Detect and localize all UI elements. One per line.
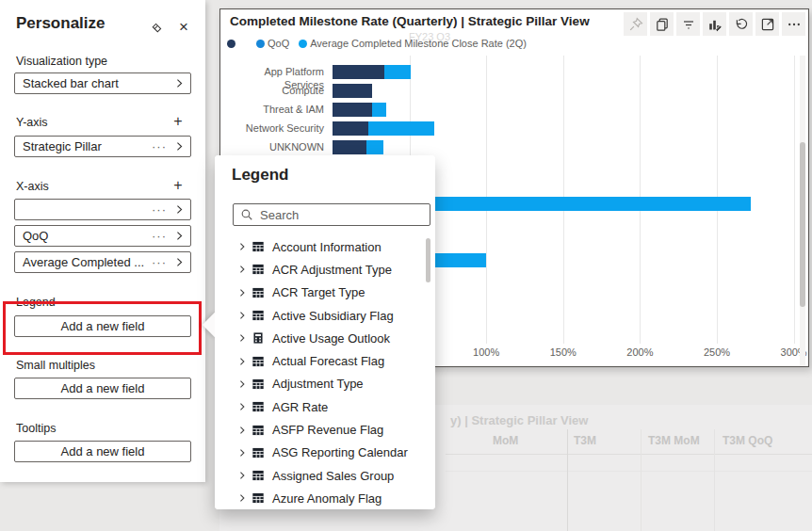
field-list: Account InformationACR Adjustment TypeAC… [215, 235, 435, 509]
field-name: ACR Adjustment Type [272, 263, 392, 277]
table-header-divider [446, 454, 812, 455]
expand-chevron-icon[interactable] [237, 426, 247, 435]
add-y-axis-field-button[interactable]: + [171, 113, 186, 130]
field-name: Account Information [272, 240, 382, 254]
table-column-header: T3M MoM [648, 434, 700, 447]
gridline [794, 56, 795, 344]
y-axis-field[interactable]: Strategic Pillar ··· [14, 136, 191, 157]
field-name: Active Usage Outlook [272, 331, 390, 346]
expand-chevron-icon[interactable] [237, 265, 247, 274]
field-list-item[interactable]: ASG Reporting Calendar [215, 442, 435, 464]
table-icon [252, 240, 265, 253]
table-column-divider [567, 429, 568, 531]
table-column-header: T3M [574, 434, 596, 447]
field-name: Azure Anomaly Flag [272, 491, 382, 506]
x-axis-field-3-value: Average Completed ... [23, 255, 152, 269]
expand-chevron-icon[interactable] [237, 402, 247, 411]
bar-segment[interactable] [366, 140, 383, 154]
expand-chevron-icon[interactable] [237, 357, 247, 366]
visualization-type-label: Visualization type [16, 55, 107, 68]
tooltips-label: Tooltips [16, 422, 56, 435]
category-label: Network Security [222, 121, 324, 135]
small-multiples-add-field-button[interactable]: Add a new field [14, 378, 191, 399]
chevron-right-icon [174, 78, 185, 88]
expand-chevron-icon[interactable] [237, 333, 247, 343]
y-axis-field-value: Strategic Pillar [23, 139, 152, 153]
more-options-icon[interactable]: ··· [152, 139, 167, 153]
expand-chevron-icon[interactable] [237, 493, 247, 503]
field-list-item[interactable]: ASFP Revenue Flag [215, 418, 435, 441]
bar-segment[interactable] [333, 121, 368, 136]
chevron-right-icon [174, 204, 185, 215]
table-column-header: T3M QoQ [723, 434, 772, 447]
table-column-divider [714, 429, 715, 531]
field-list-item[interactable]: Actual Forecast Flag [215, 349, 435, 372]
y-axis-label: Y-axis [16, 116, 48, 129]
chevron-right-icon [174, 141, 185, 152]
popup-scrollbar-thumb[interactable] [426, 238, 430, 282]
expand-chevron-icon[interactable] [237, 288, 247, 298]
field-list-item[interactable]: AGR Rate [215, 395, 435, 418]
background-table-title: y) | Strategic Pillar View [450, 413, 588, 427]
x-axis-field-2[interactable]: QoQ ··· [14, 225, 191, 247]
more-options-icon[interactable]: ··· [152, 229, 167, 243]
popup-title: Legend [232, 166, 288, 185]
bar-segment[interactable] [372, 103, 386, 117]
bar-segment[interactable] [333, 84, 372, 98]
table-icon [252, 309, 265, 322]
expand-chevron-icon[interactable] [237, 471, 247, 480]
legend-add-field-button[interactable]: Add a new field [14, 315, 191, 337]
reset-eraser-button[interactable] [146, 17, 167, 38]
table-icon [252, 469, 265, 482]
table-column-header: MoM [493, 434, 518, 447]
field-name: AGR Rate [272, 400, 328, 414]
close-pane-button[interactable]: × [173, 17, 194, 38]
field-search-box[interactable] [233, 203, 430, 226]
category-label: App Platform Services [222, 65, 324, 78]
add-x-axis-field-button[interactable]: + [171, 177, 186, 194]
bar-segment[interactable] [384, 65, 411, 79]
close-icon: × [179, 18, 188, 37]
visualization-type-value: Stacked bar chart [23, 76, 174, 90]
visualization-type-dropdown[interactable]: Stacked bar chart [14, 72, 191, 94]
table-icon [252, 424, 265, 437]
table-column-divider [641, 429, 641, 531]
expand-chevron-icon[interactable] [237, 379, 247, 389]
small-multiples-label: Small multiples [16, 359, 95, 372]
x-axis-field-1[interactable]: ··· [14, 199, 191, 220]
field-list-item[interactable]: Active Usage Outlook [215, 327, 435, 349]
category-label: Compute [222, 84, 324, 97]
table-row-divider [446, 471, 812, 472]
expand-chevron-icon[interactable] [237, 242, 247, 251]
field-search-input[interactable] [260, 208, 430, 222]
bar-segment[interactable] [333, 140, 366, 154]
expand-chevron-icon[interactable] [237, 448, 247, 458]
x-axis-tick-label: 150% [535, 346, 592, 358]
pane-title: Personalize [16, 14, 106, 33]
field-list-item[interactable]: ACR Adjustment Type [215, 258, 435, 281]
bar-segment[interactable] [333, 103, 372, 117]
table-icon [252, 400, 265, 413]
table-icon [252, 378, 265, 391]
more-options-icon[interactable]: ··· [152, 255, 167, 269]
field-list-item[interactable]: Assigned Sales Group [215, 464, 435, 487]
x-axis-field-3[interactable]: Average Completed ... ··· [14, 251, 191, 273]
bar-segment[interactable] [368, 121, 434, 136]
field-list-item[interactable]: Azure Anomaly Flag [215, 487, 435, 509]
table-icon [252, 491, 265, 505]
legend-field-picker-popup: Legend Account InformationACR Adjustment… [215, 155, 435, 509]
expand-chevron-icon[interactable] [237, 311, 247, 320]
personalize-pane: Personalize × Visualization type Stacked… [0, 0, 205, 482]
field-list-item[interactable]: Account Information [215, 235, 435, 258]
field-list-item[interactable]: Adjustment Type [215, 373, 435, 395]
field-name: ASG Reporting Calendar [272, 445, 408, 459]
x-axis-field-2-value: QoQ [23, 229, 152, 243]
x-axis-label: X-axis [16, 180, 49, 193]
field-name: Active Subsidiary Flag [272, 309, 394, 323]
field-list-item[interactable]: ACR Target Type [215, 282, 435, 304]
field-list-item[interactable]: Active Subsidiary Flag [215, 304, 435, 327]
bar-segment[interactable] [333, 65, 384, 79]
chart-scrollbar-thumb[interactable] [800, 142, 805, 307]
more-options-icon[interactable]: ··· [152, 202, 167, 217]
tooltips-add-field-button[interactable]: Add a new field [14, 441, 191, 462]
